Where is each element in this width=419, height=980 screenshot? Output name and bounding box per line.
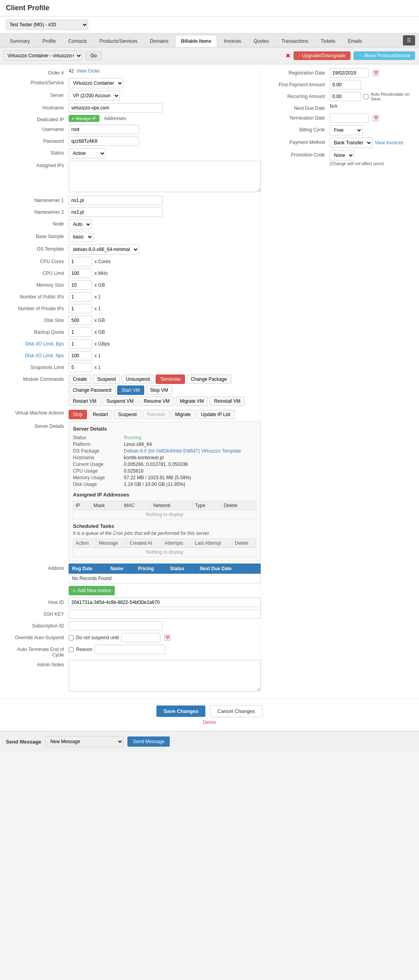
tab-emails[interactable]: Emails xyxy=(342,35,368,47)
send-message-select[interactable]: New Message xyxy=(45,736,123,747)
vm-action-reinstall[interactable]: Reinstall xyxy=(143,410,169,419)
tab-profile[interactable]: Profile xyxy=(36,35,62,47)
suspend-date-input[interactable] xyxy=(121,633,160,642)
first-payment-row: First Payment Amount xyxy=(267,80,413,89)
tab-invoices[interactable]: Invoices xyxy=(218,35,247,47)
promo-code-select[interactable]: None xyxy=(330,150,354,160)
username-input[interactable] xyxy=(69,125,139,134)
nameserver1-input[interactable] xyxy=(69,196,163,205)
backup-quota-input[interactable] xyxy=(69,327,92,337)
order-number: 42 xyxy=(69,68,74,74)
ip-col-mac: MAC xyxy=(122,501,151,510)
memory-size-input[interactable] xyxy=(69,280,92,290)
add-addon-button[interactable]: + Add New Addon xyxy=(69,586,115,595)
cmd-resume-vm[interactable]: Resume VM xyxy=(140,396,174,406)
cpu-cores-input[interactable] xyxy=(69,257,92,266)
status-select[interactable]: Active Pending Suspended Terminated xyxy=(69,148,106,158)
product-service-select[interactable]: Virtuozzo Container xyxy=(69,78,123,88)
subscription-id-input[interactable] xyxy=(69,621,163,631)
tab-billable-items[interactable]: Billable Items xyxy=(175,35,217,47)
manage-ip-button[interactable]: Manage IP xyxy=(69,115,100,122)
tab-summary[interactable]: Summary xyxy=(4,35,36,47)
tab-products-services[interactable]: Products/Services xyxy=(94,35,143,47)
tab-quotes[interactable]: Quotes xyxy=(248,35,275,47)
detail-os-value[interactable]: Debian 8.0 (for AMD64/Intel EM64T) Virtu… xyxy=(124,448,241,454)
public-ips-input[interactable] xyxy=(69,292,92,302)
cancel-changes-button[interactable]: Cancel Changes xyxy=(210,705,263,717)
cmd-create[interactable]: Create xyxy=(69,375,91,384)
vm-action-migrate[interactable]: Migrate xyxy=(171,410,195,419)
tab-menu-icon[interactable]: ☰ xyxy=(403,35,415,45)
hostname-input[interactable] xyxy=(69,103,163,113)
tab-tickets[interactable]: Tickets xyxy=(315,35,341,47)
vm-action-update-ip[interactable]: Update IP List xyxy=(197,410,235,419)
payment-method-select[interactable]: Bank Transfer xyxy=(330,138,372,148)
vm-action-restart[interactable]: Restart xyxy=(89,410,112,419)
cmd-start-vm[interactable]: Start VM xyxy=(117,385,144,395)
cmd-suspend[interactable]: Suspend xyxy=(93,375,120,384)
disk-io-nps-input[interactable] xyxy=(69,351,92,360)
main-form: Order # 42 View Order Product/Service Vi… xyxy=(6,68,413,695)
cmd-suspend-vm[interactable]: Suspend VM xyxy=(102,396,138,406)
view-order-link[interactable]: View Order xyxy=(76,68,100,74)
upgrade-downgrade-button[interactable]: ↑ Upgrade/Downgrade xyxy=(294,51,350,60)
vm-action-suspend[interactable]: Suspend xyxy=(114,410,141,419)
snapshots-limit-input[interactable] xyxy=(69,363,92,372)
cmd-unsuspend[interactable]: Unsuspend xyxy=(122,375,154,384)
disk-io-nps-unit: x 1 xyxy=(94,353,101,358)
assigned-ips-textarea[interactable] xyxy=(69,161,261,192)
os-template-select[interactable]: debian-8.0-x86_64-minimal xyxy=(69,244,139,255)
vm-action-stop[interactable]: Stop xyxy=(69,410,87,419)
host-id-input[interactable] xyxy=(69,598,261,607)
move-product-button[interactable]: → Move Product/Service xyxy=(354,51,415,60)
disk-io-bps-input[interactable] xyxy=(69,339,92,349)
tab-transactions[interactable]: Transactions xyxy=(276,35,314,47)
cmd-reinstall-vm[interactable]: Reinstall VM xyxy=(210,396,245,406)
recurring-amount-input[interactable] xyxy=(330,92,361,101)
client-selector[interactable]: Test Tester (MG) - #20 xyxy=(6,20,88,30)
go-button[interactable]: Go xyxy=(85,51,102,60)
first-payment-input[interactable] xyxy=(330,80,361,89)
view-invoices-link[interactable]: View Invoices xyxy=(375,140,403,145)
order-label: Order # xyxy=(6,68,69,76)
send-message-button[interactable]: Send Message xyxy=(127,736,170,747)
override-suspend-checkbox[interactable] xyxy=(69,635,74,640)
ip-col-type: Type xyxy=(192,501,221,510)
nameserver2-input[interactable] xyxy=(69,207,163,217)
cmd-restart-vm[interactable]: Restart VM xyxy=(69,396,101,406)
detail-cpu-value: 0.025816 xyxy=(124,468,143,474)
server-select[interactable]: VP (2/200 Accoun xyxy=(69,91,120,101)
move-icon: → xyxy=(358,53,363,58)
cmd-change-package[interactable]: Change Package xyxy=(187,375,231,384)
password-input[interactable] xyxy=(69,136,139,146)
auto-terminate-checkbox[interactable] xyxy=(69,647,74,652)
cmd-change-password[interactable]: Change Password xyxy=(69,385,116,395)
suspend-calendar-icon[interactable]: 📅 xyxy=(164,635,171,641)
termination-date-input[interactable] xyxy=(330,113,369,123)
private-ips-input[interactable] xyxy=(69,304,92,313)
reg-date-calendar-icon[interactable]: 📅 xyxy=(373,70,379,76)
save-changes-button[interactable]: Save Changes xyxy=(156,705,205,717)
addons-col-status: Status xyxy=(167,564,196,574)
cmd-stop-vm[interactable]: Stop VM xyxy=(146,385,172,395)
cmd-terminate[interactable]: Terminate xyxy=(156,375,185,384)
node-select[interactable]: Auto xyxy=(69,219,92,229)
cpu-limit-input[interactable] xyxy=(69,269,92,278)
billing-cycle-select[interactable]: Free Monthly Quarterly Annually xyxy=(330,125,363,135)
base-sample-select[interactable]: basic xyxy=(69,232,93,242)
ssh-key-input[interactable] xyxy=(69,609,261,619)
termination-date-calendar-icon[interactable]: 📅 xyxy=(373,115,379,121)
promo-code-label: Promotion Code xyxy=(267,150,330,158)
delete-button[interactable]: Delete xyxy=(203,720,216,725)
dedicated-ip-label: Dedicated IP xyxy=(6,115,69,122)
disk-size-input[interactable] xyxy=(69,316,92,325)
cmd-migrate-vm[interactable]: Migrate VM xyxy=(176,396,208,406)
reason-input[interactable] xyxy=(94,645,165,654)
tab-domains[interactable]: Domains xyxy=(144,35,174,47)
service-selector[interactable]: Virtuozzo Container - virtuozzo-vps.com xyxy=(4,51,82,61)
tab-contacts[interactable]: Contacts xyxy=(62,35,93,47)
admin-notes-textarea[interactable] xyxy=(69,660,261,691)
nameserver2-label: Nameserver 2 xyxy=(6,207,69,215)
auto-recalculate-checkbox[interactable] xyxy=(363,94,368,99)
reg-date-input[interactable] xyxy=(330,68,369,78)
